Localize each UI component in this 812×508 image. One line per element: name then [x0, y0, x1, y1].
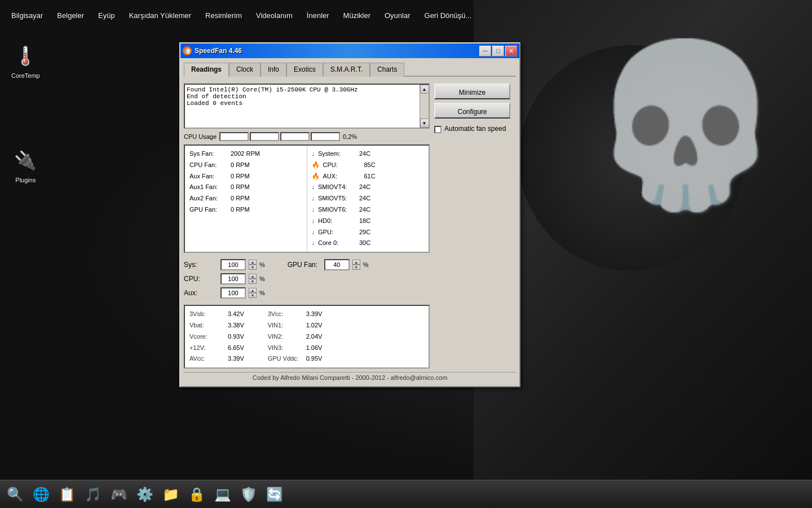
taskbar-icon-10[interactable]: 🔄: [262, 482, 287, 507]
taskbar-icon-8[interactable]: 💻: [210, 482, 235, 507]
menu-videolarim[interactable]: Videolanım: [250, 8, 298, 23]
fan-row-3: Aux1 Fan: 0 RPM: [189, 182, 302, 193]
tab-readings[interactable]: Readings: [184, 63, 229, 77]
temp-7-arrow: ↓: [312, 227, 315, 238]
menu-inenler[interactable]: İnenler: [301, 8, 335, 23]
cpu-spin-down[interactable]: ▼: [249, 279, 257, 284]
voltage-row-vin2: VIN2: 2.04V: [268, 331, 346, 343]
tab-clock[interactable]: Clock: [229, 63, 261, 77]
voltage-row-vcore: Vcore: 0.93V: [189, 331, 268, 343]
temp-row-6: ↓ HD0: 18C: [312, 216, 425, 227]
taskbar-icon-1[interactable]: 🌐: [29, 482, 54, 507]
right-panel: Minimize Configure Automatic fan speed: [434, 84, 516, 369]
tab-charts[interactable]: Charts: [370, 63, 404, 77]
menu-belgeler[interactable]: Belgeler: [51, 8, 90, 23]
temp-6-arrow: ↓: [312, 216, 315, 227]
log-line-3: Loaded 0 events: [187, 100, 418, 107]
main-readings-area: Found Intel(R) Core(TM) i5-2500K CPU @ 3…: [184, 84, 516, 369]
close-window-button[interactable]: ✕: [505, 46, 517, 56]
cpu-bar-1: [219, 132, 249, 141]
voltage-col-2: 3Vcc: 3.39V VIN1: 1.02V VIN2: 2.04V: [268, 309, 346, 365]
menu-bilgisayar[interactable]: Bilgisayar: [6, 8, 48, 23]
auto-fan-checkbox[interactable]: [434, 126, 442, 133]
sys-spin-up[interactable]: ▲: [249, 260, 257, 265]
gpu-spin-up[interactable]: ▲: [352, 260, 360, 265]
taskbar-icon-0[interactable]: 🔍: [3, 482, 28, 507]
taskbar-icon-2[interactable]: 📋: [55, 482, 80, 507]
log-scrollbar[interactable]: ▲ ▼: [420, 85, 429, 128]
v-vin1-value: 1.02V: [306, 320, 323, 331]
taskbar-icon-6[interactable]: 📁: [158, 482, 183, 507]
taskbar-icon-3[interactable]: 🎵: [81, 482, 105, 507]
temp-3-arrow: ↓: [312, 182, 315, 193]
voltage-row-vin1: VIN1: 1.02V: [268, 320, 346, 331]
minimize-window-button[interactable]: ─: [479, 46, 491, 56]
taskbar: 🔍 🌐 📋 🎵 🎮 ⚙️ 📁 🔒 💻 🛡️ 🔄: [0, 480, 812, 508]
cpu-fan-input[interactable]: [220, 273, 246, 284]
temp-4-arrow: ↓: [312, 193, 315, 204]
menu-oyunlar[interactable]: Oyunlar: [379, 8, 416, 23]
desktop-icon-plugins[interactable]: 🔌 Plugins: [6, 138, 46, 192]
log-line-2: End of detection: [187, 93, 418, 100]
cpu-spin-up[interactable]: ▲: [249, 274, 257, 279]
gpu-fan-input[interactable]: [324, 259, 350, 270]
sys-spin-buttons: ▲ ▼: [249, 260, 257, 270]
aux-fan-unit: %: [259, 290, 265, 296]
taskbar-icon-5[interactable]: ⚙️: [133, 482, 157, 507]
aux-spin-down[interactable]: ▼: [249, 293, 257, 298]
window-titlebar: 💨 SpeedFan 4.46 ─ □ ✕: [180, 43, 519, 58]
voltage-readings: 3Vsb: 3.42V Vbat: 3.38V Vcore: 0.93V: [184, 305, 430, 369]
scroll-up-button[interactable]: ▲: [420, 85, 429, 94]
tab-info[interactable]: Info: [261, 63, 286, 77]
sys-fan-unit: %: [259, 261, 265, 268]
sys-spin-down[interactable]: ▼: [249, 265, 257, 270]
v-3vsb-label: 3Vsb:: [189, 309, 226, 320]
desktop-icon-coretemp[interactable]: 🌡️ CoreTemp: [6, 34, 46, 87]
v-vcore-value: 0.93V: [228, 331, 244, 343]
tab-exotics[interactable]: Exotics: [286, 63, 323, 77]
temp-2-flame: 🔥: [312, 171, 320, 182]
v-vin3-label: VIN3:: [268, 343, 304, 354]
maximize-window-button[interactable]: □: [492, 46, 504, 56]
menu-geri-donus[interactable]: Geri Dönüşü...: [419, 8, 478, 23]
voltage-row-12v: +12V: 6.65V: [189, 343, 268, 354]
window-title-area: 💨 SpeedFan 4.46: [183, 46, 242, 55]
minimize-button[interactable]: Minimize: [434, 84, 510, 99]
taskbar-icon-7[interactable]: 🔒: [184, 482, 209, 507]
temp-5-value: 24C: [359, 204, 370, 216]
gpu-spin-down[interactable]: ▼: [352, 265, 360, 270]
temp-1-value: 85C: [364, 160, 376, 171]
tab-smart[interactable]: S.M.A.R.T.: [323, 63, 370, 77]
menu-karsidam[interactable]: Karşıdan Yüklemer: [123, 8, 197, 23]
auto-fan-label: Automatic fan speed: [444, 125, 506, 134]
menu-muzikler[interactable]: Müzikler: [338, 8, 376, 23]
taskbar-icon-4[interactable]: 🎮: [107, 482, 131, 507]
tabs-bar: Readings Clock Info Exotics S.M.A.R.T. C…: [184, 62, 516, 77]
temp-8-label: Core 0:: [318, 238, 358, 249]
sys-fan-input[interactable]: [220, 259, 246, 270]
configure-button[interactable]: Configure: [434, 103, 510, 119]
cpu-bar-3: [280, 132, 310, 141]
fan-row-1: CPU Fan: 0 RPM: [189, 160, 302, 171]
aux-spin-buttons: ▲ ▼: [249, 288, 257, 298]
plugins-label: Plugins: [15, 177, 36, 183]
taskbar-icon-9[interactable]: 🛡️: [236, 482, 261, 507]
temp-1-label: CPU:: [323, 160, 363, 171]
v-vin3-value: 1.06V: [306, 343, 323, 354]
menu-eyup[interactable]: Eyüp: [92, 8, 121, 23]
aux-spin-up[interactable]: ▲: [249, 288, 257, 293]
menu-resimlerim[interactable]: Resimlerim: [200, 8, 248, 23]
scroll-down-button[interactable]: ▼: [420, 119, 429, 128]
voltage-row-avcc: AVcc: 3.39V: [189, 353, 268, 365]
fan-4-value: 0 RPM: [231, 193, 250, 204]
temp-row-3: ↓ SMIOVT4: 24C: [312, 182, 425, 193]
v-3vcc-value: 3.39V: [306, 309, 323, 320]
v-gpu-vddc-label: GPU Vddc:: [268, 353, 304, 365]
gpu-spin-buttons: ▲ ▼: [352, 260, 360, 270]
temp-7-value: 29C: [359, 227, 370, 238]
fan-5-value: 0 RPM: [231, 204, 250, 216]
voltage-row-vin3: VIN3: 1.06V: [268, 343, 346, 354]
fan-5-label: GPU Fan:: [189, 204, 229, 216]
temp-8-arrow: ↓: [312, 238, 315, 249]
aux-fan-input[interactable]: [220, 287, 246, 299]
